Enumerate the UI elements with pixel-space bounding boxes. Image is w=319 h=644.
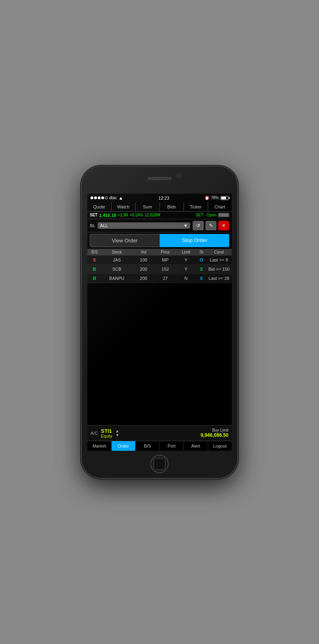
signal-dot-5 [105, 196, 108, 199]
nav-tabs: Quote Watch Sum Bids Ticker Chart [87, 202, 232, 212]
set-label: SET [90, 213, 97, 217]
filter-buttons: ↺ ✎ ✕ [193, 221, 229, 230]
alarm-icon: ⏰ [205, 196, 209, 200]
status-right: ⏰ 78% [205, 196, 228, 200]
signal-strength [91, 196, 108, 199]
col-price: Price [154, 250, 176, 254]
wifi-icon: ▲ [118, 195, 123, 201]
table-row[interactable]: S JAS 100 MP Y O Last >= 8 [87, 256, 232, 265]
row-bs: B [89, 276, 100, 281]
set-change: +1.99 [118, 213, 128, 217]
set-change-pct: +0.14% [130, 213, 143, 217]
filter-label: St. [90, 223, 95, 228]
bottom-nav-port[interactable]: Port [160, 441, 184, 451]
status-bar: dtac ▲ 12:23 ⏰ 78% [87, 194, 232, 202]
filter-value: ALL [100, 223, 108, 228]
refresh-button[interactable]: ↺ [193, 221, 204, 230]
row-vol: 200 [134, 267, 154, 271]
camera [177, 174, 181, 178]
phone-frame: dtac ▲ 12:23 ⏰ 78% Quote Watch [82, 166, 237, 478]
signal-dot-4 [101, 196, 104, 199]
row-status: O [196, 258, 207, 262]
balance-label: Buy Limit [201, 428, 228, 432]
table-row[interactable]: B SCB 200 152 Y S Bid >= 150 [87, 265, 232, 274]
speaker [148, 177, 171, 180]
balance-info: Buy Limit 9,946,086.50 [201, 428, 228, 438]
bottom-nav-alert[interactable]: Alert [184, 441, 208, 451]
row-price: 27 [154, 276, 176, 281]
edit-button[interactable]: ✎ [205, 221, 217, 230]
carrier-label: dtac [109, 196, 117, 200]
row-price: 152 [154, 267, 176, 271]
status-time: 12:23 [158, 196, 169, 200]
view-order-tab[interactable]: View Order [90, 234, 160, 247]
phone-screen: dtac ▲ 12:23 ⏰ 78% Quote Watch [87, 194, 232, 451]
row-limit: Y [177, 267, 195, 271]
arrow-up-icon: ▲ [115, 429, 119, 433]
close-button[interactable]: ✕ [218, 221, 229, 230]
chevron-down-icon: ▼ [183, 223, 188, 228]
row-stock: JAS [101, 258, 133, 262]
account-name: STI1 [101, 428, 112, 434]
set-value: 1,410.18 [99, 213, 116, 218]
battery-fill [221, 197, 226, 199]
row-stock: BANPU [101, 276, 133, 281]
col-st: St [196, 250, 207, 254]
filter-select[interactable]: ALL ▼ [98, 222, 190, 229]
bottom-nav-bs[interactable]: B/S [136, 441, 160, 451]
order-tabs: View Order Stop Order [90, 234, 229, 247]
row-cond: Last >= 8 [208, 258, 230, 262]
account-switcher[interactable]: ▲ ▼ [115, 429, 119, 437]
col-bs: B/S [89, 250, 100, 254]
tab-quote[interactable]: Quote [87, 202, 112, 211]
home-button[interactable] [150, 455, 169, 473]
filter-row: St. ALL ▼ ↺ ✎ ✕ [87, 219, 232, 232]
row-stock: SCB [101, 267, 133, 271]
battery-icon [221, 196, 228, 200]
push-badge: PUSH [218, 213, 229, 217]
arrow-down-icon: ▼ [115, 433, 119, 437]
row-status: S [196, 267, 207, 271]
col-cond: Cond [208, 250, 230, 254]
tab-sum[interactable]: Sum [136, 202, 160, 211]
col-stock: Stock [101, 250, 133, 254]
tab-bids[interactable]: Bids [160, 202, 184, 211]
tab-ticker[interactable]: Ticker [184, 202, 208, 211]
stop-order-tab[interactable]: Stop Order [160, 234, 229, 247]
bottom-nav-market[interactable]: Market [87, 441, 112, 451]
col-vol: Vol [134, 250, 154, 254]
ac-label: A/C [91, 431, 98, 436]
view-order-label: View Order [112, 238, 138, 244]
table-row[interactable]: B BANPU 200 27 N X Last >= 28 [87, 274, 232, 283]
tab-watch[interactable]: Watch [112, 202, 136, 211]
account-details: STI1 Equity [101, 428, 112, 438]
bottom-nav-order[interactable]: Order [112, 441, 136, 451]
ticker-bar: SET 1,410.18 +1.99 +0.14% 12,626M SET : … [87, 212, 232, 219]
signal-dot-3 [98, 196, 100, 199]
account-type: Equity [101, 434, 112, 438]
row-cond: Last >= 28 [208, 276, 230, 281]
bottom-nav-logout[interactable]: Logout [208, 441, 232, 451]
edit-icon: ✎ [209, 223, 213, 228]
signal-dot-2 [94, 196, 97, 199]
tab-chart[interactable]: Chart [208, 202, 232, 211]
bottom-nav: Market Order B/S Port Alert Logout [87, 441, 232, 451]
stop-order-label: Stop Order [182, 237, 207, 243]
orders-table: B/S Stock Vol Price Limit St Cond S JAS … [87, 249, 232, 425]
status-left: dtac ▲ [91, 195, 123, 201]
row-limit: N [177, 276, 195, 281]
balance-value: 9,946,086.50 [201, 432, 228, 438]
row-vol: 100 [134, 258, 154, 262]
account-info-bar: A/C STI1 Equity ▲ ▼ Buy Limit 9,946,086.… [87, 425, 232, 441]
row-price: MP [154, 258, 176, 262]
refresh-icon: ↺ [196, 223, 200, 228]
row-limit: Y [177, 258, 195, 262]
table-header: B/S Stock Vol Price Limit St Cond [87, 249, 232, 256]
set-status: SET : Open [196, 213, 217, 217]
row-cond: Bid >= 150 [208, 267, 230, 271]
row-vol: 200 [134, 276, 154, 281]
close-icon: ✕ [222, 223, 226, 228]
signal-dot-1 [91, 196, 93, 199]
row-status: X [196, 276, 207, 281]
row-bs: B [89, 267, 100, 271]
